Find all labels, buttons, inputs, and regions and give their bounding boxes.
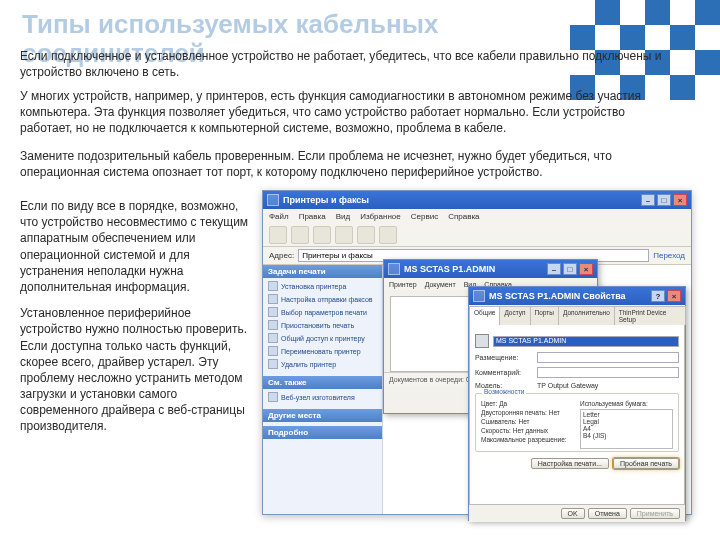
tab-strip[interactable]: Общие Доступ Порты Дополнительно ThinPri…	[469, 305, 685, 325]
window-titlebar[interactable]: MS SCTAS P1.ADMIN Свойства ? ×	[469, 287, 685, 305]
cancel-button[interactable]: Отмена	[588, 508, 627, 519]
task-icon	[268, 281, 278, 291]
paragraph: Установленное периферийное устройство ну…	[20, 305, 255, 435]
up-button[interactable]	[313, 226, 331, 244]
pane-header[interactable]: См. также	[263, 376, 382, 389]
print-prefs-button[interactable]: Настройка печати...	[531, 458, 609, 469]
address-label: Адрес:	[269, 251, 294, 260]
task-link[interactable]: Переименовать принтер	[268, 346, 377, 356]
menu-item[interactable]: Избранное	[360, 212, 401, 221]
left-column: Если по виду все в порядке, возможно, чт…	[20, 198, 255, 445]
menu-item[interactable]: Правка	[299, 212, 326, 221]
search-button[interactable]	[335, 226, 353, 244]
close-button[interactable]: ×	[667, 290, 681, 302]
minimize-button[interactable]: –	[641, 194, 655, 206]
paragraph: Если подключенное и установленное устрой…	[20, 48, 675, 80]
task-link[interactable]: Выбор параметров печати	[268, 307, 377, 317]
printers-window: Принтеры и факсы – □ × Файл Правка Вид И…	[262, 190, 692, 515]
menu-bar[interactable]: Файл Правка Вид Избранное Сервис Справка	[263, 209, 691, 223]
group-label: Возможности	[482, 388, 526, 395]
pane-header[interactable]: Подробно	[263, 426, 382, 439]
task-link[interactable]: Установка принтера	[268, 281, 377, 291]
tab-advanced[interactable]: Дополнительно	[558, 306, 615, 325]
menu-item[interactable]: Сервис	[411, 212, 438, 221]
maximize-button[interactable]: □	[657, 194, 671, 206]
tab-ports[interactable]: Порты	[530, 306, 559, 325]
test-print-button[interactable]: Пробная печать	[613, 458, 679, 469]
app-icon	[388, 263, 400, 275]
close-button[interactable]: ×	[673, 194, 687, 206]
window-title: MS SCTAS P1.ADMIN Свойства	[489, 291, 626, 301]
task-link[interactable]: Приостановить печать	[268, 320, 377, 330]
tab-general[interactable]: Общие	[469, 306, 500, 325]
toolbar[interactable]	[263, 223, 691, 247]
task-icon	[268, 320, 278, 330]
comment-label: Комментарий:	[475, 369, 533, 376]
ok-button[interactable]: OK	[561, 508, 585, 519]
printer-properties-dialog: MS SCTAS P1.ADMIN Свойства ? × Общие Дос…	[468, 286, 686, 521]
paragraph: Замените подозрительный кабель проверенн…	[20, 148, 675, 180]
pane-header[interactable]: Задачи печати	[263, 265, 382, 278]
menu-item[interactable]: Документ	[425, 281, 456, 288]
tab-thinprint[interactable]: ThinPrint Device Setup	[614, 306, 686, 325]
tab-access[interactable]: Доступ	[499, 306, 530, 325]
task-icon	[268, 359, 278, 369]
paragraph: Если по виду все в порядке, возможно, чт…	[20, 198, 255, 295]
pane-header[interactable]: Другие места	[263, 409, 382, 422]
printer-icon	[475, 334, 489, 348]
paragraph: У многих устройств, например, у принтеро…	[20, 88, 675, 137]
window-titlebar[interactable]: Принтеры и факсы – □ ×	[263, 191, 691, 209]
forward-button[interactable]	[291, 226, 309, 244]
app-icon	[473, 290, 485, 302]
model-value: TP Output Gateway	[537, 382, 598, 389]
help-button[interactable]: ?	[651, 290, 665, 302]
task-icon	[268, 346, 278, 356]
go-button[interactable]: Переход	[653, 251, 685, 260]
task-link[interactable]: Общий доступ к принтеру	[268, 333, 377, 343]
maximize-button[interactable]: □	[563, 263, 577, 275]
location-label: Размещение:	[475, 354, 533, 361]
dialog-buttons: OK Отмена Применить	[469, 505, 685, 522]
tab-body: MS SCTAS P1.ADMIN Размещение: Комментари…	[469, 325, 685, 505]
window-title: Принтеры и факсы	[283, 195, 369, 205]
task-icon	[268, 333, 278, 343]
paper-list[interactable]: Letter Legal A4 B4 (JIS)	[580, 409, 673, 449]
comment-field[interactable]	[537, 367, 679, 378]
apply-button[interactable]: Применить	[630, 508, 680, 519]
task-icon	[268, 294, 278, 304]
name-field[interactable]: MS SCTAS P1.ADMIN	[493, 336, 679, 347]
window-titlebar[interactable]: MS SCTAS P1.ADMIN – □ ×	[384, 260, 597, 278]
task-icon	[268, 307, 278, 317]
capabilities-group: Возможности Цвет: Да Двусторонняя печать…	[475, 393, 679, 452]
menu-item[interactable]: Файл	[269, 212, 289, 221]
folders-button[interactable]	[357, 226, 375, 244]
close-button[interactable]: ×	[579, 263, 593, 275]
menu-item[interactable]: Справка	[448, 212, 479, 221]
link-icon	[268, 392, 278, 402]
location-field[interactable]	[537, 352, 679, 363]
app-icon	[267, 194, 279, 206]
see-link[interactable]: Веб-узел изготовителя	[268, 392, 377, 402]
minimize-button[interactable]: –	[547, 263, 561, 275]
tasks-pane: Задачи печати Установка принтера Настрой…	[263, 265, 383, 514]
back-button[interactable]	[269, 226, 287, 244]
task-link[interactable]: Удалить принтер	[268, 359, 377, 369]
menu-item[interactable]: Принтер	[389, 281, 417, 288]
menu-item[interactable]: Вид	[336, 212, 350, 221]
task-link[interactable]: Настройка отправки факсов	[268, 294, 377, 304]
views-button[interactable]	[379, 226, 397, 244]
window-title: MS SCTAS P1.ADMIN	[404, 264, 495, 274]
